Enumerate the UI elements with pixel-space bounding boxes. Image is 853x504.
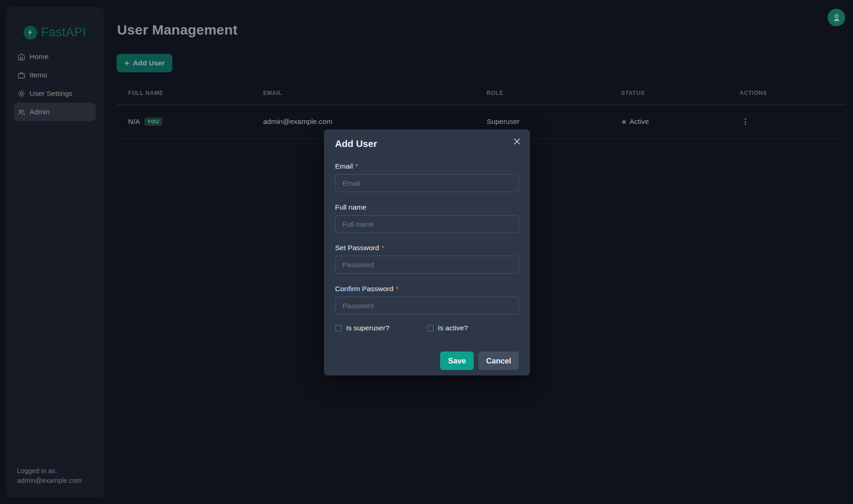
app-root: FastAPI Home Items User Settings [0, 0, 853, 504]
fastapi-bolt-icon [24, 26, 37, 40]
row-actions-menu-button[interactable] [740, 116, 751, 128]
user-icon [832, 13, 841, 23]
kebab-menu-icon [745, 118, 746, 120]
required-asterisk: * [382, 244, 384, 252]
you-badge: YOU [144, 117, 163, 126]
user-menu-button[interactable] [828, 9, 845, 26]
logged-in-as-label: Logged in as: [17, 466, 82, 476]
is-superuser-checkbox[interactable] [335, 325, 342, 332]
modal-title: Add User [324, 129, 530, 149]
page-title: User Management [117, 22, 237, 38]
set-password-field-group: Set Password* [335, 243, 519, 274]
required-asterisk: * [396, 285, 399, 293]
set-password-field[interactable] [335, 256, 519, 274]
email-field-label: Email* [335, 162, 519, 170]
is-active-checkbox-group[interactable]: Is active? [427, 324, 468, 332]
email-field-group: Email* [335, 162, 519, 192]
sidebar-item-home[interactable]: Home [14, 47, 96, 66]
sidebar-item-admin[interactable]: Admin [14, 103, 96, 121]
set-password-field-label: Set Password* [335, 243, 519, 252]
briefcase-icon [18, 71, 25, 79]
column-header-role: ROLE [476, 90, 610, 96]
add-user-button[interactable]: + Add User [117, 54, 172, 72]
is-active-checkbox[interactable] [427, 325, 434, 332]
cell-actions [729, 116, 846, 128]
confirm-password-field-group: Confirm Password* [335, 284, 519, 315]
is-active-label: Is active? [438, 324, 468, 332]
add-user-button-label: Add User [133, 59, 165, 67]
status-text: Active [629, 117, 649, 126]
close-modal-button[interactable] [512, 136, 523, 147]
email-field[interactable] [335, 174, 519, 192]
modal-checkbox-row: Is superuser? Is active? [335, 324, 519, 332]
cell-full-name: N/A YOU [117, 117, 252, 126]
column-header-status: STATUS [610, 90, 729, 96]
full-name-field-group: Full name [335, 203, 519, 233]
cell-email: admin@example.com [252, 117, 476, 126]
home-icon [18, 53, 25, 61]
sidebar-item-label: Items [29, 71, 47, 79]
table-header-row: FULL NAME EMAIL ROLE STATUS ACTIONS [117, 90, 846, 105]
column-header-actions: ACTIONS [729, 90, 846, 96]
status-dot-icon [622, 120, 626, 124]
column-header-full-name: FULL NAME [117, 90, 252, 96]
column-header-email: EMAIL [252, 90, 476, 96]
gear-icon [18, 90, 25, 98]
sidebar-item-label: User Settings [29, 89, 72, 98]
sidebar-item-user-settings[interactable]: User Settings [14, 84, 96, 103]
full-name-field[interactable] [335, 215, 519, 233]
sidebar: FastAPI Home Items User Settings [6, 7, 104, 498]
sidebar-item-label: Admin [29, 108, 50, 116]
cell-status: Active [610, 117, 729, 126]
logged-in-info: Logged in as: admin@example.com [17, 466, 82, 486]
confirm-password-field[interactable] [335, 297, 519, 315]
users-icon [18, 108, 25, 116]
sidebar-nav: Home Items User Settings Admin [6, 47, 104, 121]
plus-icon: + [124, 59, 129, 67]
brand-logo: FastAPI [6, 25, 104, 40]
brand-name: FastAPI [41, 25, 86, 40]
add-user-modal: Add User Email* Full name Set Password* [324, 129, 530, 375]
logged-in-email: admin@example.com [17, 476, 82, 486]
cell-role: Superuser [476, 117, 610, 126]
full-name-field-label: Full name [335, 203, 519, 211]
required-asterisk: * [355, 162, 358, 170]
confirm-password-field-label: Confirm Password* [335, 284, 519, 293]
is-superuser-label: Is superuser? [346, 324, 389, 332]
is-superuser-checkbox-group[interactable]: Is superuser? [335, 324, 427, 332]
modal-footer: Save Cancel [335, 352, 519, 370]
sidebar-item-items[interactable]: Items [14, 66, 96, 84]
sidebar-item-label: Home [29, 53, 48, 61]
save-button[interactable]: Save [440, 352, 474, 370]
cancel-button[interactable]: Cancel [478, 352, 519, 370]
close-icon [513, 138, 521, 145]
